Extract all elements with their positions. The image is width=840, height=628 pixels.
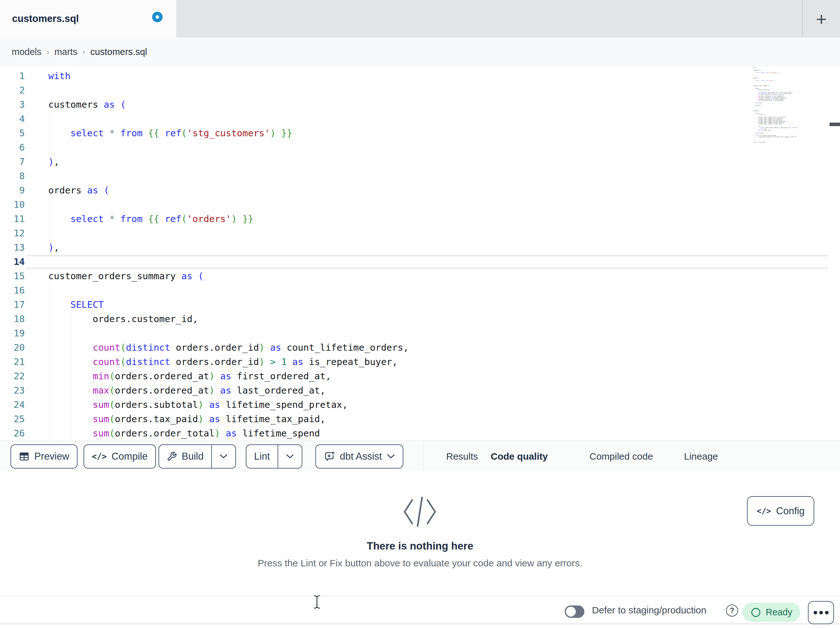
code-line[interactable]: 26 sum(orders.order_total) as lifetime_s… bbox=[0, 426, 840, 441]
code-line[interactable]: 10 bbox=[0, 198, 840, 212]
compile-label: Compile bbox=[112, 451, 148, 462]
code-line[interactable]: 16 bbox=[0, 283, 840, 297]
line-number[interactable]: 16 bbox=[0, 283, 25, 297]
code-line[interactable]: 19 bbox=[0, 326, 840, 340]
code-line[interactable]: 6 bbox=[0, 141, 840, 155]
line-number[interactable]: 14 bbox=[0, 255, 25, 269]
line-number[interactable]: 6 bbox=[0, 141, 25, 155]
line-number[interactable]: 19 bbox=[0, 326, 25, 340]
build-main[interactable]: Build bbox=[159, 445, 211, 468]
breadcrumb-file: customers.sql bbox=[90, 47, 147, 57]
panel-tab-lineage[interactable]: Lineage bbox=[684, 441, 718, 472]
code-line[interactable]: 14 bbox=[0, 255, 840, 269]
lint-main[interactable]: Lint bbox=[246, 445, 278, 468]
toggle-knob bbox=[566, 607, 576, 617]
line-number[interactable]: 17 bbox=[0, 297, 25, 312]
line-number[interactable]: 20 bbox=[0, 340, 25, 355]
new-tab-button[interactable]: + bbox=[803, 0, 840, 38]
panel-tab-code-quality[interactable]: Code quality bbox=[491, 441, 548, 472]
code-line[interactable]: 5 select * from {{ ref('stg_customers') … bbox=[0, 126, 840, 141]
code-text: sum(orders.tax_paid) as lifetime_tax_pai… bbox=[48, 412, 325, 426]
line-number[interactable]: 9 bbox=[0, 183, 25, 198]
code-line[interactable]: 1with bbox=[0, 69, 840, 83]
wrench-icon bbox=[167, 451, 177, 462]
line-number[interactable]: 8 bbox=[0, 169, 25, 183]
line-number[interactable]: 26 bbox=[0, 426, 25, 441]
line-number[interactable]: 22 bbox=[0, 369, 25, 383]
lint-split-button[interactable]: Lint bbox=[246, 445, 302, 468]
preview-button[interactable]: Preview bbox=[11, 445, 77, 468]
code-line[interactable]: 22 min(orders.ordered_at) as first_order… bbox=[0, 369, 840, 383]
code-text: sum(orders.subtotal) as lifetime_spend_p… bbox=[48, 398, 348, 412]
line-number[interactable]: 12 bbox=[0, 226, 25, 240]
line-number[interactable]: 1 bbox=[0, 69, 25, 83]
line-number[interactable]: 24 bbox=[0, 398, 25, 412]
code-text: min(orders.ordered_at) as first_ordered_… bbox=[48, 369, 331, 383]
dot-icon bbox=[825, 611, 829, 614]
line-number[interactable]: 15 bbox=[0, 269, 25, 283]
code-line[interactable]: 9orders as ( bbox=[0, 183, 840, 198]
editor-scrollbar-thumb[interactable] bbox=[829, 123, 840, 126]
code-line[interactable]: 21 count(distinct orders.order_id) > 1 a… bbox=[0, 355, 840, 369]
defer-label: Defer to staging/production bbox=[592, 596, 706, 624]
breadcrumb: models › marts › customers.sql bbox=[12, 38, 147, 66]
tab-customers-sql[interactable]: customers.sql bbox=[0, 0, 177, 38]
status-badge-ready: Ready bbox=[742, 603, 800, 622]
more-options-button[interactable] bbox=[808, 601, 834, 624]
code-text: ), bbox=[48, 155, 59, 169]
code-editor[interactable]: 1with23customers as (45 select * from {{… bbox=[0, 66, 840, 441]
code-line[interactable]: 13), bbox=[0, 240, 840, 255]
code-slash-icon bbox=[401, 495, 439, 528]
line-number[interactable]: 5 bbox=[0, 126, 25, 141]
empty-state-title: There is nothing here bbox=[0, 540, 840, 552]
breadcrumb-models[interactable]: models bbox=[12, 47, 42, 57]
dbt-assist-button[interactable]: dbt Assist bbox=[315, 445, 403, 468]
code-line[interactable]: 3customers as ( bbox=[0, 98, 840, 112]
editor-minimap[interactable]: with customers as ( select * from {{ ref… bbox=[753, 67, 803, 143]
panel-tab-results[interactable]: Results bbox=[446, 441, 478, 472]
plus-icon: + bbox=[816, 8, 827, 30]
defer-toggle[interactable] bbox=[565, 606, 584, 618]
code-line[interactable]: 7), bbox=[0, 155, 840, 169]
code-line[interactable]: 18 orders.customer_id, bbox=[0, 312, 840, 326]
dot-icon bbox=[819, 611, 823, 614]
code-line[interactable]: 15customer_orders_summary as ( bbox=[0, 269, 840, 283]
build-label: Build bbox=[182, 451, 204, 462]
chevron-right-icon: › bbox=[82, 47, 85, 57]
code-text: max(orders.ordered_at) as last_ordered_a… bbox=[48, 383, 325, 398]
line-number[interactable]: 18 bbox=[0, 312, 25, 326]
panel-tab-compiled-code[interactable]: Compiled code bbox=[589, 441, 653, 472]
line-number[interactable]: 21 bbox=[0, 355, 25, 369]
line-number[interactable]: 2 bbox=[0, 83, 25, 98]
help-icon[interactable]: ? bbox=[726, 604, 738, 617]
code-lines[interactable]: 1with23customers as (45 select * from {{… bbox=[0, 69, 840, 441]
line-number[interactable]: 23 bbox=[0, 383, 25, 398]
build-split-button[interactable]: Build bbox=[158, 445, 236, 468]
code-line[interactable]: 20 count(distinct orders.order_id) as co… bbox=[0, 340, 840, 355]
line-number[interactable]: 11 bbox=[0, 212, 25, 226]
breadcrumb-marts[interactable]: marts bbox=[54, 47, 77, 57]
compile-button[interactable]: </> Compile bbox=[84, 445, 156, 468]
code-line[interactable]: 17 SELECT bbox=[0, 297, 840, 312]
line-number[interactable]: 25 bbox=[0, 412, 25, 426]
code-line[interactable]: 2 bbox=[0, 83, 840, 98]
line-number[interactable]: 4 bbox=[0, 112, 25, 126]
build-dropdown-toggle[interactable] bbox=[212, 445, 235, 468]
code-line[interactable]: 25 sum(orders.tax_paid) as lifetime_tax_… bbox=[0, 412, 840, 426]
code-line[interactable]: 11 select * from {{ ref('orders') }} bbox=[0, 212, 840, 226]
line-number[interactable]: 13 bbox=[0, 240, 25, 255]
chevron-down-icon bbox=[387, 454, 395, 459]
toolbar-tabs-separator bbox=[423, 441, 423, 472]
code-text: customers as ( bbox=[48, 98, 126, 112]
line-number[interactable]: 7 bbox=[0, 155, 25, 169]
lint-dropdown-toggle[interactable] bbox=[278, 445, 302, 468]
code-line[interactable]: 24 sum(orders.subtotal) as lifetime_spen… bbox=[0, 398, 840, 412]
line-number[interactable]: 10 bbox=[0, 198, 25, 212]
code-line[interactable]: 12 bbox=[0, 226, 840, 240]
code-line[interactable]: 4 bbox=[0, 112, 840, 126]
code-text: orders.customer_id, bbox=[48, 312, 198, 326]
code-line[interactable]: 8 bbox=[0, 169, 840, 183]
config-button[interactable]: </> Config bbox=[747, 496, 814, 526]
code-line[interactable]: 23 max(orders.ordered_at) as last_ordere… bbox=[0, 383, 840, 398]
line-number[interactable]: 3 bbox=[0, 98, 25, 112]
